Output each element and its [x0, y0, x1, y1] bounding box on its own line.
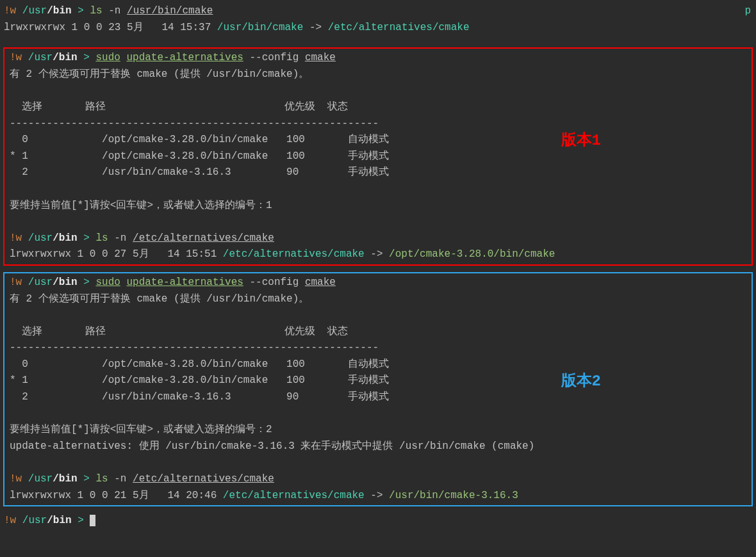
path-usr: /usr	[28, 473, 53, 485]
cmd-ls: ls	[95, 473, 108, 485]
cmd-flags: -n	[108, 473, 133, 485]
box-version1: 版本1 !w /usr/bin > sudo update-alternativ…	[3, 47, 753, 266]
terminal-line	[6, 455, 750, 471]
cmd-sudo: sudo	[95, 52, 120, 63]
prompt-arrow: >	[72, 515, 90, 526]
path-usr: /usr	[28, 277, 53, 288]
out-arrow: ->	[365, 248, 389, 260]
prompt-arrow: >	[72, 5, 90, 17]
out-arrow: ->	[303, 22, 327, 33]
out-perms: lrwxrwxrwx 1 0 0 21 5月 14 20:46	[10, 490, 223, 501]
terminal-line	[6, 181, 750, 198]
cmd-cm: cmake	[305, 277, 336, 288]
path-usr: /usr	[22, 515, 47, 526]
terminal-line: !w /usr/bin > ls -n /etc/alternatives/cm…	[6, 230, 750, 247]
out-link1: /usr/bin/cmake	[217, 22, 303, 33]
terminal-line: !w /usr/bin > ls -n /usr/bin/cmake	[0, 3, 756, 20]
terminal-line: !w /usr/bin > ls -n /etc/alternatives/cm…	[6, 471, 750, 488]
cmd-ls: ls	[90, 5, 102, 17]
terminal-line: lrwxrwxrwx 1 0 0 23 5月 14 15:37 /usr/bin…	[0, 20, 756, 36]
cmd-ua: update-alternatives	[126, 277, 243, 288]
prompt-w: !w	[4, 5, 22, 17]
sp	[120, 52, 127, 63]
cmd-cm: cmake	[305, 52, 336, 63]
path-usr: /usr	[28, 52, 53, 63]
terminal-line	[6, 83, 750, 99]
path-usr: /usr	[28, 232, 53, 244]
cmd-flags: -n	[103, 5, 127, 17]
cmd-ls: ls	[95, 232, 108, 244]
box-version2: 版本2 !w /usr/bin > sudo update-alternativ…	[3, 272, 753, 506]
cmd-flags: -n	[108, 232, 133, 244]
alt-ask: 要维持当前值[*]请按<回车键>，或者键入选择的编号：1	[6, 198, 750, 214]
terminal-line: !w /usr/bin > sudo update-alternatives -…	[6, 50, 750, 67]
annotation-v2: 版本2	[561, 369, 601, 394]
alt-header: 选择 路径 优先级 状态	[6, 324, 750, 341]
terminal-line: lrwxrwxrwx 1 0 0 27 5月 14 15:51 /etc/alt…	[6, 246, 750, 263]
tmux-indicator: p	[744, 3, 751, 20]
cmd-flags: --config	[243, 52, 305, 63]
alt-row: 2 /usr/bin/cmake-3.16.3 90 手动模式	[6, 389, 750, 406]
path-usr: /usr	[22, 5, 47, 17]
alt-ask: 要维持当前值[*]请按<回车键>，或者键入选择的编号：2	[6, 422, 750, 439]
terminal-line: 有 2 个候选项可用于替换 cmake (提供 /usr/bin/cmake)。	[6, 67, 750, 83]
out-perms: lrwxrwxrwx 1 0 0 27 5月 14 15:51	[10, 248, 223, 260]
terminal-prompt[interactable]: !w /usr/bin >	[0, 513, 756, 529]
path-bin: /bin	[53, 52, 77, 63]
cmd-ua: update-alternatives	[126, 52, 243, 63]
prompt-arrow: >	[78, 52, 96, 63]
prompt-arrow: >	[78, 277, 96, 288]
terminal-line	[6, 307, 750, 324]
terminal-line	[6, 406, 750, 423]
path-bin: /bin	[53, 277, 77, 288]
prompt-w: !w	[10, 52, 28, 63]
cmd-path: /etc/alternatives/cmake	[133, 473, 274, 485]
alt-row: * 1 /opt/cmake-3.28.0/bin/cmake 100 手动模式	[6, 149, 750, 165]
out-link1: /etc/alternatives/cmake	[223, 248, 365, 260]
alt-row: 0 /opt/cmake-3.28.0/bin/cmake 100 自动模式	[6, 357, 750, 373]
prompt-w: !w	[10, 277, 28, 288]
prompt-w: !w	[4, 515, 22, 526]
path-bin: /bin	[47, 5, 71, 17]
path-bin: /bin	[47, 515, 71, 526]
out-link1: /etc/alternatives/cmake	[223, 490, 365, 501]
terminal-line: 有 2 个候选项可用于替换 cmake (提供 /usr/bin/cmake)。	[6, 291, 750, 308]
cmd-flags: --config	[243, 277, 305, 288]
alt-divider: ----------------------------------------…	[6, 340, 750, 357]
cursor-icon	[90, 515, 95, 526]
alt-row: 2 /usr/bin/cmake-3.16.3 90 手动模式	[6, 165, 750, 181]
prompt-w: !w	[10, 232, 28, 244]
out-link2: /usr/bin/cmake-3.16.3	[389, 490, 518, 501]
cmd-path: /etc/alternatives/cmake	[133, 232, 274, 244]
sp	[120, 277, 127, 288]
path-bin: /bin	[53, 473, 77, 485]
prompt-arrow: >	[78, 473, 96, 485]
out-perms: lrwxrwxrwx 1 0 0 23 5月 14 15:37	[4, 22, 217, 33]
prompt-arrow: >	[78, 232, 96, 244]
alt-divider: ----------------------------------------…	[6, 116, 750, 133]
annotation-v1: 版本1	[561, 129, 601, 153]
path-bin: /bin	[53, 232, 77, 244]
alt-row: 0 /opt/cmake-3.28.0/bin/cmake 100 自动模式	[6, 132, 750, 149]
prompt-w: !w	[10, 473, 28, 485]
cmd-sudo: sudo	[95, 277, 120, 288]
terminal-line: !w /usr/bin > sudo update-alternatives -…	[6, 275, 750, 291]
alt-row: * 1 /opt/cmake-3.28.0/bin/cmake 100 手动模式	[6, 373, 750, 389]
alt-header: 选择 路径 优先级 状态	[6, 99, 750, 116]
terminal-line	[6, 214, 750, 230]
out-link2: /opt/cmake-3.28.0/bin/cmake	[389, 248, 555, 260]
out-arrow: ->	[365, 490, 389, 501]
cmd-path: /usr/bin/cmake	[127, 5, 213, 17]
terminal-line: lrwxrwxrwx 1 0 0 21 5月 14 20:46 /etc/alt…	[6, 488, 750, 505]
alt-result: update-alternatives: 使用 /usr/bin/cmake-3…	[6, 439, 750, 455]
out-link2: /etc/alternatives/cmake	[328, 22, 470, 33]
